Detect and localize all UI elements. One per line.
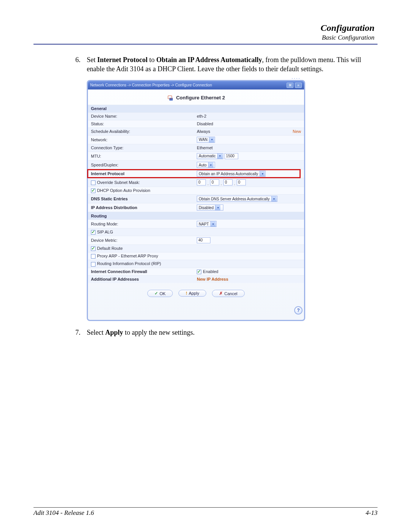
- connection-icon: [167, 95, 173, 101]
- header-title: Configuration: [33, 23, 374, 33]
- section-general: General: [88, 105, 304, 112]
- ok-button[interactable]: ✓OK: [147, 290, 173, 297]
- panel-title: Configure Ethernet 2: [88, 89, 304, 105]
- row-schedule: Schedule Availability: Always New: [88, 128, 304, 135]
- row-speed-duplex: Speed/Duplex: Auto▾: [88, 161, 304, 169]
- cancel-button[interactable]: ✗Cancel: [212, 290, 244, 297]
- rip-checkbox[interactable]: [91, 262, 96, 267]
- row-status: Status: Disabled: [88, 120, 304, 128]
- subnet-mask-input[interactable]: 0. 0. 0. 0: [197, 179, 245, 185]
- row-device-name: Device Name: eth-2: [88, 112, 304, 120]
- chevron-down-icon: ▾: [209, 137, 214, 142]
- close-icon: ✗: [219, 291, 223, 296]
- internet-protocol-select[interactable]: Obtain an IP Address Automatically▾: [197, 171, 266, 177]
- chevron-down-icon: ▾: [208, 162, 213, 168]
- row-connection-type: Connection Type: Ethernet: [88, 144, 304, 152]
- row-device-metric: Device Metric: 40: [88, 236, 304, 245]
- window-grip-icon: [291, 77, 300, 82]
- mtu-mode-select[interactable]: Automatic▾: [197, 153, 223, 159]
- row-default-route: Default Route: [88, 245, 304, 252]
- page-footer: Adit 3104 - Release 1.6 4-13: [33, 507, 378, 517]
- apply-button[interactable]: !Apply: [178, 290, 206, 297]
- firewall-enabled-checkbox[interactable]: [197, 270, 201, 274]
- button-row: ✓OK !Apply ✗Cancel: [88, 283, 304, 298]
- config-table: General Device Name: eth-2 Status: Disab…: [88, 105, 304, 283]
- section-routing: Routing: [88, 212, 304, 220]
- exclamation-icon: !: [186, 291, 187, 296]
- network-select[interactable]: WAN▾: [197, 137, 215, 143]
- window-titlebar: Network Connections -> Connection Proper…: [88, 81, 304, 89]
- chevron-down-icon: ▾: [260, 171, 265, 176]
- screenshot-configure-ethernet: Network Connections -> Connection Proper…: [87, 80, 305, 321]
- row-dns-static: DNS Static Entries Obtain DNS Server Add…: [88, 195, 304, 203]
- footer-page-number: 4-13: [366, 509, 378, 517]
- row-mtu: MTU: Automatic▾ 1500: [88, 152, 304, 161]
- chevron-down-icon: ▾: [215, 205, 220, 210]
- row-override-subnet-mask: Override Subnet Mask: 0. 0. 0. 0: [88, 178, 304, 187]
- mtu-input[interactable]: 1500: [225, 153, 238, 159]
- dns-static-select[interactable]: Obtain DNS Server Address Automatically▾: [197, 196, 277, 202]
- row-routing-mode: Routing Mode: NAPT▾: [88, 220, 304, 228]
- device-metric-input[interactable]: 40: [197, 237, 210, 243]
- instruction-step-7: 7. Select Apply to apply the new setting…: [75, 328, 378, 337]
- chevron-down-icon: ▾: [217, 153, 223, 159]
- row-sip-alg: SIP ALG: [88, 228, 304, 236]
- row-rip: Routing Information Protocol (RIP): [88, 260, 304, 268]
- sitemap-icon[interactable]: ⌘: [287, 83, 293, 88]
- row-dhcp-auto-provision: DHCP Option Auto Provision: [88, 187, 304, 195]
- breadcrumb[interactable]: Network Connections -> Connection Proper…: [90, 83, 212, 87]
- header-subtitle: Basic Configuration: [33, 34, 374, 42]
- check-icon: ✓: [155, 291, 158, 296]
- default-route-checkbox[interactable]: [91, 246, 96, 251]
- ip-distribution-select[interactable]: Disabled▾: [197, 204, 223, 211]
- row-additional-ip: Additional IP Addresses New IP Address: [88, 275, 304, 283]
- sip-alg-checkbox[interactable]: [91, 230, 96, 235]
- row-ip-distribution: IP Address Distribution Disabled▾: [88, 203, 304, 212]
- step-text: Set Internet Protocol to Obtain an IP Ad…: [87, 55, 378, 74]
- proxy-arp-checkbox[interactable]: [91, 254, 96, 259]
- new-ip-address-link[interactable]: New IP Address: [197, 277, 228, 281]
- override-mask-checkbox[interactable]: [91, 181, 96, 185]
- schedule-new-link[interactable]: New: [293, 129, 301, 134]
- row-internet-protocol: Internet Protocol Obtain an IP Address A…: [88, 169, 304, 178]
- row-proxy-arp: Proxy ARP - Ethernet ARP Proxy: [88, 252, 304, 260]
- dhcp-auto-checkbox[interactable]: [91, 189, 96, 193]
- header-rule: [33, 44, 378, 45]
- routing-mode-select[interactable]: NAPT▾: [197, 221, 217, 227]
- chevron-down-icon: ▾: [271, 196, 277, 201]
- footer-left: Adit 3104 - Release 1.6: [33, 509, 94, 517]
- step-number: 7.: [75, 328, 87, 337]
- list-icon[interactable]: ≡: [295, 83, 302, 88]
- step-text: Select Apply to apply the new settings.: [87, 328, 378, 337]
- running-header: Configuration Basic Configuration: [33, 23, 378, 42]
- instruction-step-6: 6. Set Internet Protocol to Obtain an IP…: [75, 55, 378, 74]
- chevron-down-icon: ▾: [210, 221, 216, 227]
- help-button[interactable]: ?: [294, 306, 303, 315]
- speed-select[interactable]: Auto▾: [197, 162, 215, 168]
- row-firewall: Internet Connection Firewall Enabled: [88, 268, 304, 275]
- row-network: Network: WAN▾: [88, 135, 304, 144]
- step-number: 6.: [75, 55, 87, 74]
